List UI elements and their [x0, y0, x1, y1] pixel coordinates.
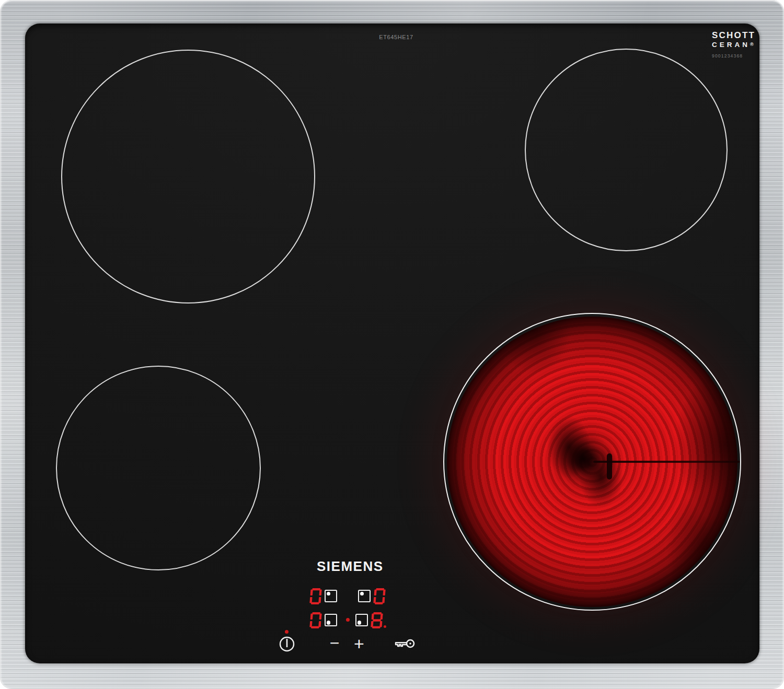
ceramic-glass-surface: ET645HE17 SCHOTT CERAN® 9001234368 SIEME… [25, 24, 759, 663]
display-rear-left [310, 588, 337, 604]
registered-mark: ® [750, 42, 754, 47]
decimal-dot [384, 625, 386, 628]
element-sensor-bar [593, 461, 740, 463]
siemens-logo: SIEMENS [317, 558, 384, 575]
power-icon [279, 636, 295, 652]
power-level-digit [309, 588, 322, 604]
zone-indicator-square [325, 590, 337, 602]
stainless-steel-frame: ET645HE17 SCHOTT CERAN® 9001234368 SIEME… [0, 0, 784, 689]
power-button[interactable] [279, 636, 295, 652]
active-zone-dot [346, 618, 350, 622]
decrease-power-button[interactable]: − [323, 635, 346, 653]
model-number-label: ET645HE17 [365, 34, 428, 40]
power-level-digit [371, 612, 384, 628]
ceran-wordmark: CERAN [712, 41, 750, 49]
serial-number-label: 9001234368 [712, 54, 755, 59]
burner-front-right [443, 313, 741, 611]
zone-indicator-square [325, 614, 337, 626]
burner-rear-right [525, 49, 728, 251]
schott-logo-line2: CERAN® [712, 41, 755, 49]
display-front-left [310, 612, 337, 628]
power-level-digit [309, 612, 322, 628]
power-level-digit [373, 588, 386, 604]
child-lock-button[interactable] [394, 637, 417, 651]
schott-logo-line1: SCHOTT [712, 31, 755, 40]
power-indicator-dot [285, 630, 289, 634]
element-sensor-tip [607, 453, 612, 480]
schott-ceran-logo: SCHOTT CERAN® 9001234368 [712, 31, 755, 58]
display-front-right [346, 612, 386, 628]
key-icon [394, 637, 416, 650]
burner-front-left [56, 366, 261, 570]
zone-indicator-square [358, 590, 371, 602]
display-rear-right [358, 588, 385, 604]
zone-indicator-square [355, 614, 368, 626]
cooktop-product-photo: ET645HE17 SCHOTT CERAN® 9001234368 SIEME… [0, 0, 784, 689]
burner-rear-left [61, 50, 315, 303]
increase-power-button[interactable]: + [348, 635, 371, 653]
